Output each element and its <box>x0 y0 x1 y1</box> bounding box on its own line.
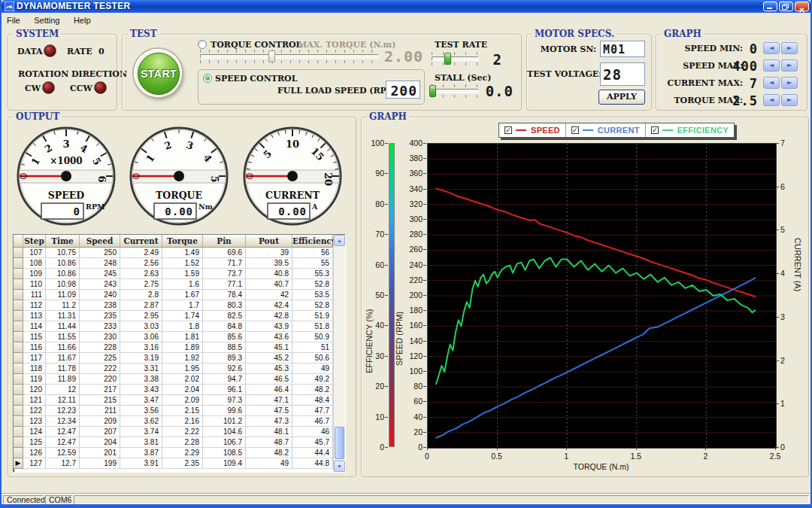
row-selector[interactable] <box>14 416 23 427</box>
motor-sn-input[interactable]: M01 <box>600 41 645 57</box>
row-selector[interactable] <box>14 248 23 258</box>
table-cell: 101.2 <box>203 416 246 427</box>
graph-setting-spinner[interactable]: ◄► <box>763 42 798 54</box>
table-row[interactable]: 10910.862452.631.5973.740.855.3 <box>14 269 345 279</box>
table-cell: 10.75 <box>46 248 80 258</box>
row-selector[interactable] <box>14 258 23 269</box>
speed-control-radio[interactable] <box>203 74 212 83</box>
table-cell: 3.74 <box>120 427 162 437</box>
spinner-right-arrow-button[interactable]: ► <box>781 94 798 106</box>
scroll-down-button[interactable]: ▼ <box>334 461 345 472</box>
close-button[interactable]: ✕ <box>795 2 809 11</box>
row-selector[interactable] <box>14 353 23 364</box>
start-button[interactable]: START <box>134 49 182 97</box>
row-selector[interactable] <box>14 406 23 416</box>
table-row[interactable]: 12512.472043.812.28106.748.745.7 <box>14 437 345 448</box>
menu-help[interactable]: Help <box>68 15 96 26</box>
table-row[interactable]: 120122173.432.0496.146.448.2 <box>14 385 345 395</box>
scrollbar-thumb[interactable] <box>335 427 344 459</box>
row-selector[interactable]: ▶ <box>14 458 23 469</box>
table-row[interactable]: 12312.342093.622.16101.247.346.7 <box>14 416 345 427</box>
table-header-torque[interactable]: Torque <box>162 235 203 248</box>
row-selector[interactable] <box>14 300 23 311</box>
spinner-left-arrow-button[interactable]: ◄ <box>763 42 780 54</box>
table-row[interactable]: 12612.592013.872.29108.548.244.4 <box>14 448 345 458</box>
efficiency-tick-label: 60 <box>366 260 384 269</box>
title-bar[interactable]: DYNAMOMETER TESTER ✕ <box>2 0 810 13</box>
full-load-speed-label: FULL LOAD SPEED (RPM): <box>277 86 402 96</box>
table-row[interactable]: 11010.982432.751.677.140.752.8 <box>14 279 345 290</box>
row-selector[interactable] <box>14 395 23 406</box>
table-row[interactable]: 11111.092402.81.6778.44253.5 <box>14 290 345 300</box>
graph-setting-spinner[interactable]: ◄► <box>763 94 798 106</box>
table-row[interactable]: 10810.862482.561.5271.739.555 <box>14 258 345 269</box>
row-selector[interactable] <box>14 311 23 321</box>
spinner-left-arrow-button[interactable]: ◄ <box>763 59 780 71</box>
table-header-efficiency[interactable]: Efficiency <box>292 235 333 248</box>
table-row[interactable]: 11911.892203.382.0294.746.549.2 <box>14 374 345 385</box>
legend-checkbox[interactable]: ✓ <box>504 126 512 134</box>
row-selector[interactable] <box>14 279 23 290</box>
spinner-right-arrow-button[interactable]: ► <box>781 77 798 89</box>
table-row[interactable]: 11811.782223.311.9592.645.349 <box>14 364 345 374</box>
table-row[interactable]: 12212.232113.562.1599.647.547.7 <box>14 406 345 416</box>
stall-slider-thumb[interactable] <box>429 85 436 97</box>
table-row[interactable]: ▶12712.71993.912.35109.44944.8 <box>14 458 345 469</box>
row-selector[interactable] <box>14 448 23 458</box>
graph-setting-spinner[interactable]: ◄► <box>763 59 798 71</box>
row-selector[interactable] <box>14 374 23 385</box>
spinner-right-arrow-button[interactable]: ► <box>781 42 798 54</box>
test-voltage-input[interactable]: 28 <box>600 62 645 86</box>
table-header-step[interactable]: Step <box>23 235 46 248</box>
efficiency-tick-label: 70 <box>366 230 384 239</box>
table-row[interactable]: 11511.552303.061.8185.643.650.9 <box>14 332 345 342</box>
max-torque-slider-thumb[interactable] <box>268 50 275 62</box>
torque-control-radio[interactable] <box>198 40 207 49</box>
row-selector[interactable] <box>14 332 23 342</box>
table-row[interactable]: 11211.22382.871.780.342.452.8 <box>14 300 345 311</box>
table-header-pin[interactable]: Pin <box>203 235 246 248</box>
row-selector[interactable] <box>14 342 23 353</box>
table-row[interactable]: 10710.752502.491.4969.63956 <box>14 248 345 258</box>
table-row[interactable]: 11411.442333.031.884.843.951.8 <box>14 321 345 332</box>
minimize-button[interactable] <box>763 2 777 11</box>
efficiency-tick-label: 80 <box>366 199 384 208</box>
test-rate-slider[interactable] <box>432 52 479 65</box>
system-group: SYSTEM DATA RATE 0 ROTATION DIRECTION CW… <box>8 34 117 111</box>
legend-checkbox[interactable]: ✓ <box>651 126 659 134</box>
spinner-left-arrow-button[interactable]: ◄ <box>763 77 780 89</box>
table-row[interactable]: 11311.312352.951.7482.542.851.9 <box>14 311 345 321</box>
table-cell: 51 <box>292 342 333 353</box>
table-cell: 120 <box>23 385 46 395</box>
legend-checkbox[interactable]: ✓ <box>571 126 579 134</box>
row-selector[interactable] <box>14 427 23 437</box>
table-scrollbar[interactable]: ▲ ▼ <box>333 235 345 472</box>
row-selector[interactable] <box>14 437 23 448</box>
test-rate-slider-thumb[interactable] <box>444 53 451 65</box>
row-selector[interactable] <box>14 385 23 395</box>
row-selector[interactable] <box>14 269 23 279</box>
full-load-speed-input[interactable]: 200 <box>386 81 420 99</box>
table-row[interactable]: 11611.662283.161.8988.545.151 <box>14 342 345 353</box>
table-header-current[interactable]: Current <box>120 235 162 248</box>
table-row[interactable]: 12412.472073.742.22104.648.146 <box>14 427 345 437</box>
apply-button[interactable]: APPLY <box>598 90 645 105</box>
table-cell: 111 <box>23 290 46 300</box>
spinner-left-arrow-button[interactable]: ◄ <box>763 94 780 106</box>
row-selector[interactable] <box>14 364 23 374</box>
table-row[interactable]: 12112.112153.472.0997.347.148.4 <box>14 395 345 406</box>
menu-file[interactable]: File <box>2 15 26 26</box>
row-selector[interactable] <box>14 321 23 332</box>
max-torque-slider[interactable] <box>200 50 379 63</box>
table-header-speed[interactable]: Speed <box>80 235 120 248</box>
table-header-pout[interactable]: Pout <box>246 235 292 248</box>
table-header-time[interactable]: Time <box>46 235 80 248</box>
menu-setting[interactable]: Setting <box>29 15 65 26</box>
restore-button[interactable] <box>779 2 793 11</box>
table-row[interactable]: 11711.672253.191.9289.345.250.6 <box>14 353 345 364</box>
scroll-up-button[interactable]: ▲ <box>334 235 345 246</box>
graph-setting-spinner[interactable]: ◄► <box>763 77 798 89</box>
stall-slider[interactable] <box>432 84 479 98</box>
row-selector[interactable] <box>14 290 23 300</box>
spinner-right-arrow-button[interactable]: ► <box>781 59 798 71</box>
